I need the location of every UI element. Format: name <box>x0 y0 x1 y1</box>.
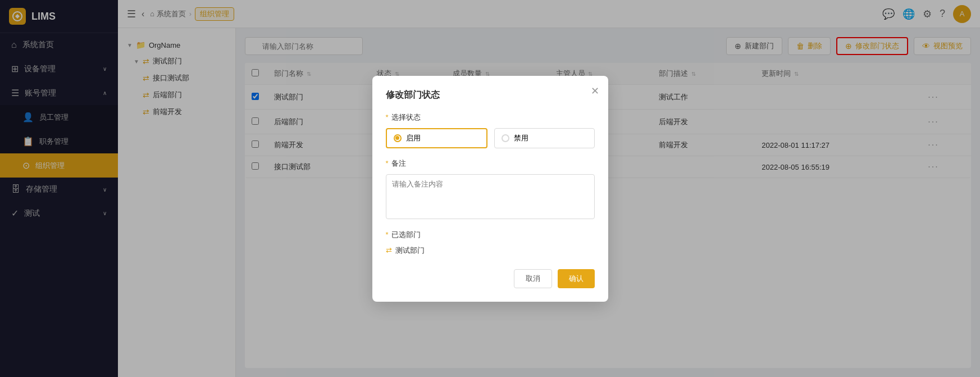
required-star-dept: * <box>386 230 389 239</box>
confirm-button[interactable]: 确认 <box>558 269 595 288</box>
radio-enable-label: 启用 <box>406 133 421 143</box>
selected-dept-label: * 已选部门 <box>386 230 595 240</box>
required-star-note: * <box>386 159 389 167</box>
dialog-overlay: 修改部门状态 ✕ * 选择状态 启用 禁用 * 备注 * 已选部门 <box>0 0 980 377</box>
radio-dot-enable <box>394 134 402 142</box>
radio-disable[interactable]: 禁用 <box>494 128 595 148</box>
radio-disable-label: 禁用 <box>514 133 528 143</box>
dept-tree-icon: ⇄ <box>386 246 392 255</box>
cancel-button[interactable]: 取消 <box>514 269 552 288</box>
dialog-footer: 取消 确认 <box>386 269 595 288</box>
selected-dept-name: 测试部门 <box>395 246 425 256</box>
radio-group: 启用 禁用 <box>386 128 595 148</box>
status-label: * 选择状态 <box>386 112 595 122</box>
selected-dept-section: * 已选部门 ⇄ 测试部门 <box>386 230 595 256</box>
note-textarea[interactable] <box>386 174 595 219</box>
selected-dept-display: ⇄ 测试部门 <box>386 246 595 256</box>
note-label: * 备注 <box>386 158 595 169</box>
dialog-close-button[interactable]: ✕ <box>591 85 599 97</box>
radio-dot-disable <box>502 134 509 142</box>
required-star-status: * <box>386 113 389 121</box>
dialog: 修改部门状态 ✕ * 选择状态 启用 禁用 * 备注 * 已选部门 <box>372 76 608 302</box>
radio-enable[interactable]: 启用 <box>386 128 487 148</box>
dialog-title: 修改部门状态 <box>386 89 595 101</box>
